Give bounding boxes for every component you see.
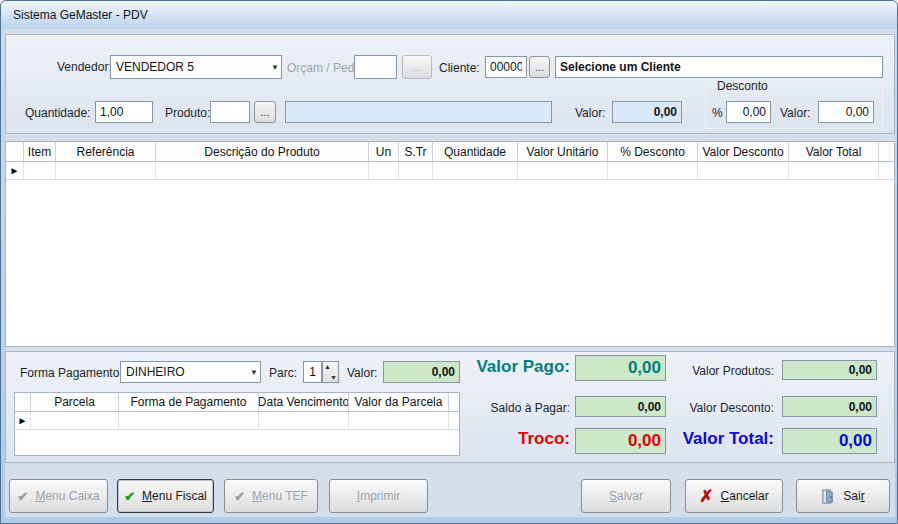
check-icon: ✔ [18, 489, 29, 504]
vendedor-label: Vendedor: [57, 60, 112, 74]
troco-label: Troco: [518, 432, 570, 446]
menu-caixa-label: Menu Caixa [35, 489, 99, 503]
desconto-valor-input[interactable] [818, 101, 874, 123]
desconto-percent-input[interactable] [726, 101, 771, 123]
column-header-valor-parcela: Valor da Parcela [349, 393, 449, 411]
produto-code-input[interactable] [210, 101, 250, 123]
cell-vencimento [259, 412, 349, 429]
cell-forma [119, 412, 259, 429]
parcela-valor-label: Valor: [347, 366, 377, 380]
saldo-label: Saldo à Pagar: [491, 401, 570, 415]
parc-input[interactable] [303, 361, 322, 383]
produto-browse-button[interactable]: ... [254, 101, 276, 123]
cell-filler [449, 412, 459, 429]
valor-unit-display: 0,00 [612, 101, 682, 123]
orcam-input[interactable] [354, 55, 397, 79]
cancelar-button[interactable]: ✗ Cancelar [685, 479, 783, 513]
exit-door-icon [821, 489, 836, 504]
row-pointer-icon: ► [15, 412, 31, 429]
column-header-perc-desconto: % Desconto [608, 142, 698, 161]
cell-valor-desconto [698, 162, 789, 179]
parcela-valor-display: 0,00 [383, 361, 460, 383]
client-area: Vendedor: VENDEDOR 5 ▼ Orçam / Ped: ... … [5, 29, 895, 517]
column-header-quantidade: Quantidade [433, 142, 518, 161]
parcelas-grid-header: Parcela Forma de Pagamento Data Vencimen… [15, 393, 459, 412]
column-header-valor-desconto: Valor Desconto [698, 142, 789, 161]
vendedor-combobox[interactable]: VENDEDOR 5 ▼ [110, 55, 282, 79]
titlebar[interactable]: Sistema GeMaster - PDV [1, 1, 897, 29]
valor-pago-display: 0,00 [575, 355, 666, 381]
menu-fiscal-button[interactable]: ✔ Menu Fiscal [117, 479, 214, 513]
cancel-x-icon: ✗ [699, 488, 713, 505]
column-header-valor-total: Valor Total [789, 142, 879, 161]
menu-fiscal-label: Menu Fiscal [142, 489, 207, 503]
cancelar-label: Cancelar [721, 489, 769, 503]
cliente-code-input[interactable] [485, 56, 527, 78]
spinner-down-icon[interactable]: ▼ [330, 374, 337, 381]
column-header-filler [879, 142, 894, 161]
cliente-browse-button[interactable]: ... [529, 56, 550, 78]
window-title: Sistema GeMaster - PDV [13, 8, 148, 22]
column-header-un: Un [369, 142, 399, 161]
cell-valor-total [789, 162, 879, 179]
valor-total-display: 0,00 [782, 428, 877, 454]
cell-item [24, 162, 56, 179]
valor-produtos-display: 0,00 [782, 360, 877, 380]
forma-pagamento-label: Forma Pagamento: [20, 366, 123, 380]
sair-button[interactable]: Sair [796, 479, 890, 513]
column-header-forma: Forma de Pagamento [119, 393, 259, 411]
menu-caixa-button[interactable]: ✔ Menu Caixa [9, 479, 108, 513]
check-icon: ✔ [124, 489, 135, 504]
desconto-percent-label: % [712, 106, 723, 120]
table-row[interactable]: ► [15, 412, 459, 430]
items-grid: Item Referência Descrição do Produto Un … [5, 141, 895, 347]
column-header-filler [449, 393, 459, 411]
parc-label: Parc: [269, 366, 297, 380]
row-pointer-icon: ► [6, 162, 24, 179]
cell-filler [879, 162, 894, 179]
forma-pagamento-combobox[interactable]: DINHEIRO ▼ [120, 361, 261, 383]
saldo-display: 0,00 [575, 396, 666, 417]
table-row[interactable]: ► [6, 162, 894, 180]
valor-pago-label: Valor Pago: [476, 360, 570, 374]
imprimir-button[interactable]: Imprimir [329, 479, 428, 513]
cell-perc-desconto [608, 162, 698, 179]
menu-tef-button[interactable]: ✔ Menu TEF [224, 479, 318, 513]
menu-tef-label: Menu TEF [252, 489, 308, 503]
orcam-label: Orçam / Ped: [287, 61, 358, 75]
indicator-column-header [15, 393, 31, 411]
salvar-label: Salvar [609, 489, 643, 503]
cell-referencia [56, 162, 156, 179]
cell-parcela [31, 412, 119, 429]
column-header-vencimento: Data Vencimento [259, 393, 349, 411]
forma-pagamento-value: DINHEIRO [126, 365, 185, 379]
payment-panel: Forma Pagamento: DINHEIRO ▼ Parc: ▲ ▼ Va… [5, 351, 895, 463]
column-header-descricao: Descrição do Produto [156, 142, 369, 161]
parcelas-grid: Parcela Forma de Pagamento Data Vencimen… [14, 392, 460, 456]
parc-stepper[interactable]: ▲ ▼ [322, 361, 339, 383]
salvar-button[interactable]: Salvar [581, 479, 671, 513]
cell-un [369, 162, 399, 179]
desconto-valor-label: Valor: [780, 106, 810, 120]
column-header-str: S.Tr [399, 142, 433, 161]
orcam-browse-button[interactable]: ... [402, 55, 432, 79]
cell-descricao [156, 162, 369, 179]
spinner-up-icon[interactable]: ▲ [324, 363, 331, 370]
indicator-column-header [6, 142, 24, 161]
cell-str [399, 162, 433, 179]
valor-desconto-label: Valor Desconto: [690, 401, 775, 415]
troco-display: 0,00 [575, 428, 666, 454]
chevron-down-icon[interactable]: ▼ [271, 63, 279, 72]
valor-produtos-label: Valor Produtos: [692, 364, 774, 378]
cell-quantidade [433, 162, 518, 179]
column-header-referencia: Referência [56, 142, 156, 161]
chevron-down-icon[interactable]: ▼ [250, 368, 258, 377]
valor-total-label: Valor Total: [683, 432, 774, 446]
column-header-parcela: Parcela [31, 393, 119, 411]
cell-valor-parcela [349, 412, 449, 429]
cliente-label: Cliente: [439, 61, 480, 75]
quantidade-input[interactable] [95, 101, 153, 123]
column-header-item: Item [24, 142, 56, 161]
check-icon: ✔ [234, 489, 245, 504]
imprimir-label: Imprimir [357, 489, 400, 503]
